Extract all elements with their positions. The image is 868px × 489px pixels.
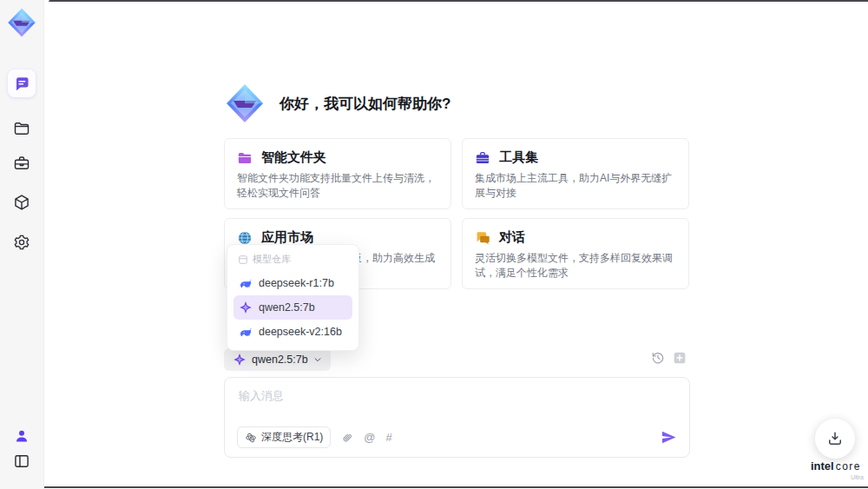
deepseek-icon [239,276,253,290]
chat-toolbar [651,351,687,365]
model-option-label: qwen2.5:7b [259,301,315,314]
sidebar-item-chat[interactable] [8,69,36,97]
sidebar-item-account[interactable] [8,422,36,450]
at-sign-icon[interactable]: @ [364,432,375,443]
chat-bubble-icon [14,76,30,91]
dialog-icon [475,230,490,246]
composer-tools: 深度思考(R1) @ # [237,426,677,448]
model-option-deepseek-v2[interactable]: deepseek-v2:16b [233,320,352,344]
card-dialog[interactable]: 对话 灵活切换多模型文件，支持多样回复效果调试，满足个性化需求 [462,218,689,289]
new-chat-icon [673,351,687,365]
card-title: 对话 [499,229,525,246]
model-dropdown-header: 模型仓库 [233,251,352,271]
card-toolset[interactable]: 工具集 集成市场上主流工具，助力AI与外界无缝扩展与对接 [462,138,689,209]
deep-think-toggle[interactable]: 深度思考(R1) [237,426,331,448]
download-fab[interactable] [815,419,855,459]
repo-icon [238,254,248,265]
new-chat-button[interactable] [673,351,687,365]
model-option-deepseek-r1[interactable]: deepseek-r1:7b [233,271,352,295]
briefcase-icon [13,155,30,172]
attach-button[interactable] [341,432,353,444]
card-desc: 集成市场上主流工具，助力AI与外界无缝扩展与对接 [475,171,676,202]
card-title: 智能文件夹 [261,149,326,166]
history-button[interactable] [651,351,665,365]
send-icon [661,429,677,446]
intel-ultra-text: Ultra [803,474,868,480]
card-smart-folder[interactable]: 智能文件夹 智能文件夹功能支持批量文件上传与清洗，轻松实现文件问答 [224,138,451,209]
card-desc: 灵活切换多模型文件，支持多样回复效果调试，满足个性化需求 [475,251,676,281]
greeting-title: 你好，我可以如何帮助你? [279,94,450,114]
model-option-qwen[interactable]: qwen2.5:7b [233,295,352,320]
sidebar-item-settings[interactable] [8,228,36,256]
app-window: 你好，我可以如何帮助你? 智能文件夹 智能文件夹功能支持批量文件上传与清洗，轻松… [0,0,868,489]
qwen-icon [233,353,247,367]
model-option-label: deepseek-v2:16b [259,326,342,338]
cube-icon [13,194,30,211]
intel-logo-text: intel [811,459,834,472]
deep-think-icon [245,432,257,444]
message-input[interactable] [237,387,674,425]
model-option-label: deepseek-r1:7b [259,277,334,289]
sidebar-item-apps[interactable] [8,188,36,216]
chevron-down-icon [313,355,322,364]
toolbox-icon [475,150,490,166]
greeting: 你好，我可以如何帮助你? [224,83,450,124]
sidebar-item-tools[interactable] [8,149,36,177]
model-dropdown-header-label: 模型仓库 [253,253,291,266]
app-market-icon [237,230,253,246]
gear-icon [13,234,30,251]
folder-icon [13,120,30,137]
app-logo-icon [6,7,37,38]
sidebar-toggle[interactable] [8,447,36,475]
intel-core-text: core [836,460,861,472]
sidebar [0,0,44,489]
deep-think-label: 深度思考(R1) [261,430,323,445]
model-dropdown: 模型仓库 deepseek-r1:7b qwen2.5:7b deepseek-… [227,244,359,351]
sidebar-item-folders[interactable] [8,115,36,142]
model-selector-button[interactable]: qwen2.5:7b [224,348,331,371]
qwen-icon [239,301,253,314]
greeting-logo-icon [224,83,266,124]
panel-toggle-icon [13,453,30,470]
model-selector-value: qwen2.5:7b [252,354,308,366]
history-icon [651,351,665,365]
send-button[interactable] [661,429,677,446]
smart-folder-icon [237,150,253,166]
window-top-edge [49,0,868,2]
intel-core-badge: intelcore Ultra [803,458,868,480]
deepseek-icon [239,325,253,339]
card-desc: 智能文件夹功能支持批量文件上传与清洗，轻松实现文件问答 [237,171,438,202]
paperclip-icon [341,432,353,444]
download-icon [826,430,844,447]
card-title: 工具集 [499,149,538,166]
window-bottom-edge [0,486,868,488]
person-icon [14,428,30,444]
composer: 深度思考(R1) @ # [224,377,690,458]
hash-grid-icon[interactable]: # [386,432,392,443]
